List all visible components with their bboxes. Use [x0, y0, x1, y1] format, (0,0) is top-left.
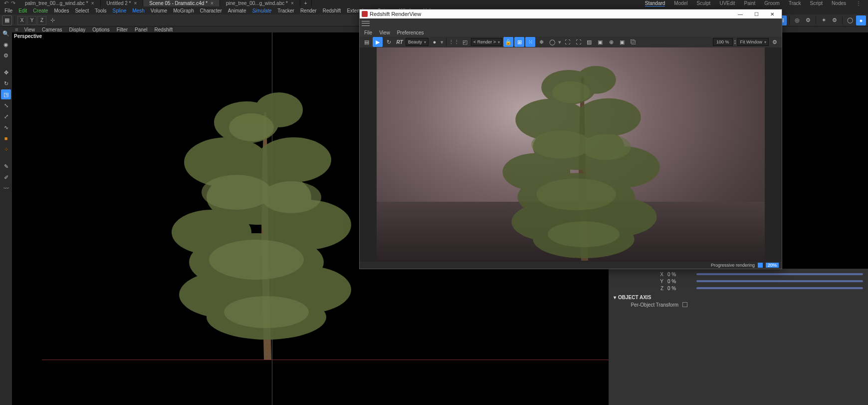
transform2-icon[interactable]: ⤢	[1, 111, 11, 121]
aov-select[interactable]: Beauty▾	[406, 38, 429, 46]
menu-mesh[interactable]: Mesh	[130, 7, 147, 14]
layout-tab-model[interactable]: Model	[674, 0, 687, 6]
layout-tab-nodes[interactable]: Nodes	[832, 0, 846, 6]
render-menu-prefs[interactable]: Preferences	[395, 29, 427, 36]
layout-button[interactable]: ▦	[2, 15, 12, 25]
crop-icon[interactable]: ◰	[460, 37, 470, 47]
render-menu-file[interactable]: File	[362, 29, 375, 36]
add-icon[interactable]: ⊕	[606, 37, 616, 47]
move-icon[interactable]: ✥	[1, 67, 11, 77]
menu-edit[interactable]: Edit	[16, 7, 29, 14]
hamburger-icon[interactable]	[362, 20, 370, 27]
vp-menu-options[interactable]: Options	[89, 27, 112, 32]
menu-select[interactable]: Select	[72, 7, 91, 14]
gear-icon[interactable]: ⚙	[803, 15, 813, 25]
attr-slider[interactable]	[696, 273, 863, 275]
close-button[interactable]: ✕	[765, 9, 780, 18]
transform-icon[interactable]: ⤡	[1, 100, 11, 110]
doc-tab-3[interactable]: pine_tree_00...g_wind.abc *×	[220, 0, 300, 6]
attr-slider[interactable]	[696, 280, 863, 282]
menu-tools[interactable]: Tools	[92, 7, 109, 14]
rotate-icon[interactable]: ↻	[1, 78, 11, 88]
vp-menu-cameras[interactable]: Cameras	[39, 27, 65, 32]
sphere-icon[interactable]: ●	[856, 15, 866, 25]
rt-icon[interactable]: RT	[395, 37, 405, 47]
zoom-stepper[interactable]: ▲▼	[734, 39, 737, 45]
per-object-checkbox[interactable]	[682, 302, 687, 307]
layout-tab-groom[interactable]: Groom	[764, 0, 780, 6]
stack-icon[interactable]: ▣	[595, 37, 605, 47]
image-icon[interactable]: ▤	[362, 37, 372, 47]
expand-icon[interactable]: ⛶	[562, 37, 572, 47]
maximize-button[interactable]: ☐	[749, 9, 764, 18]
doc-tab-0[interactable]: palm_tree_00...g_wind.abc *×	[19, 0, 101, 6]
axis-z-button[interactable]: Z	[37, 16, 46, 25]
render-titlebar[interactable]: Redshift RenderView — ☐ ✕	[360, 9, 782, 18]
butterfly-icon[interactable]: ✶	[819, 15, 829, 25]
circle-icon[interactable]: ◯	[845, 15, 855, 25]
circle-tool-icon[interactable]: ●	[430, 37, 439, 47]
close-icon[interactable]: ×	[134, 0, 137, 6]
render-menu-view[interactable]: View	[377, 29, 393, 36]
minimize-button[interactable]: —	[733, 9, 748, 18]
gear-small-icon[interactable]: ⚙	[1, 50, 11, 60]
attr-value[interactable]: 0 %	[667, 286, 692, 291]
square-icon[interactable]: ■	[1, 133, 11, 143]
kebab-icon[interactable]: ⋮	[855, 0, 862, 6]
layout-tab-standard[interactable]: Standard	[645, 0, 665, 6]
zoom-value[interactable]: 100 %	[713, 38, 733, 46]
menu-render[interactable]: Render	[298, 7, 319, 14]
wave-icon[interactable]: 〰	[1, 183, 11, 193]
vp-menu-display[interactable]: Display	[66, 27, 89, 32]
vp-menu-panel[interactable]: Panel	[132, 27, 151, 32]
layout-tab-track[interactable]: Track	[789, 0, 801, 6]
menu-mograph[interactable]: MoGraph	[171, 7, 197, 14]
attr-value[interactable]: 0 %	[667, 279, 692, 284]
picture-icon[interactable]: ▣	[617, 37, 627, 47]
menu-redshift[interactable]: Redshift	[320, 7, 344, 14]
close-icon[interactable]: ×	[291, 0, 294, 6]
stripes-icon[interactable]: ▨	[584, 37, 594, 47]
close-icon[interactable]: ×	[91, 0, 94, 6]
axis-x-button[interactable]: X	[17, 16, 26, 25]
dots-icon[interactable]: ⁘	[1, 144, 11, 154]
menu-modes[interactable]: Modes	[51, 7, 71, 14]
undo-icon[interactable]: ↶	[3, 0, 9, 6]
redo-icon[interactable]: ↷	[10, 0, 16, 6]
render-area[interactable]	[360, 47, 782, 262]
layout-tab-sculpt[interactable]: Sculpt	[697, 0, 711, 6]
menu-volume[interactable]: Volume	[148, 7, 170, 14]
menu-create[interactable]: Create	[30, 7, 50, 14]
target-icon[interactable]: ◎	[792, 15, 802, 25]
layout-tab-paint[interactable]: Paint	[744, 0, 756, 6]
copy-icon[interactable]: ⿻	[628, 37, 638, 47]
layout-tab-uvedit[interactable]: UVEdit	[719, 0, 735, 6]
close-icon[interactable]: ×	[211, 0, 214, 6]
menu-file[interactable]: File	[2, 7, 15, 14]
dots-grid-icon[interactable]: ⋮⋮	[449, 37, 459, 47]
refresh-icon[interactable]: ↻	[384, 37, 394, 47]
scale-icon[interactable]: ◳	[1, 89, 11, 99]
curve-icon[interactable]: ∿	[1, 122, 11, 132]
pen-icon[interactable]: ✐	[1, 172, 11, 182]
cursor-circle-icon[interactable]: ◉	[1, 39, 11, 49]
settings-gear-icon[interactable]: ⚙	[770, 37, 780, 47]
add-tab-button[interactable]: +	[300, 0, 312, 6]
attr-section-header[interactable]: ▾ OBJECT AXIS	[614, 295, 863, 300]
menu-spline[interactable]: Spline	[110, 7, 129, 14]
fit-icon[interactable]: ⛶	[573, 37, 583, 47]
attr-value[interactable]: 0 %	[667, 272, 692, 277]
gear2-icon[interactable]: ⚙	[830, 15, 840, 25]
play-icon[interactable]: ▶	[373, 37, 383, 47]
vp-menu-filter[interactable]: Filter	[114, 27, 131, 32]
snowflake-icon[interactable]: ❄	[536, 37, 546, 47]
menu-character[interactable]: Character	[198, 7, 224, 14]
attr-slider[interactable]	[696, 287, 863, 289]
vp-menu-redshift[interactable]: Redshift	[152, 27, 176, 32]
lock-icon[interactable]: 🔒	[503, 37, 513, 47]
brush-icon[interactable]: ✎	[1, 161, 11, 171]
render-select[interactable]: < Render >▾	[471, 38, 502, 46]
menu-simulate[interactable]: Simulate	[249, 7, 274, 14]
layout-tab-script[interactable]: Script	[810, 0, 823, 6]
fit-select[interactable]: Fit Window▾	[737, 38, 769, 46]
